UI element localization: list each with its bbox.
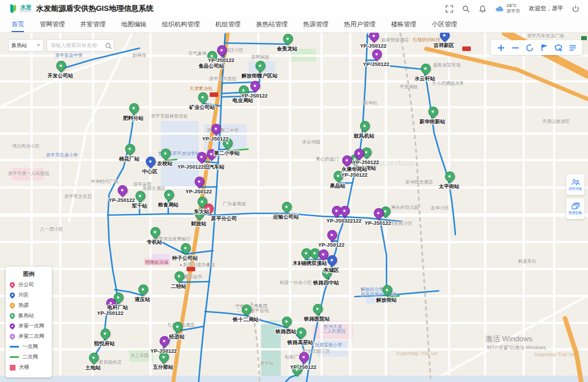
map-marker-label: 永康华苑站 YP-JS0122 [341,166,368,178]
map-marker-substation[interactable] [253,59,267,72]
nav-tab-8[interactable]: 热用户管理 [344,17,376,32]
map-marker-well-primary[interactable] [338,204,351,217]
layer-list-icon[interactable] [568,43,577,52]
map-label: 八一西小区 [40,226,63,232]
map-marker-label: 矿业公司站 [189,104,215,110]
welcome-text: 欢迎您，原平 [529,5,563,13]
nav-tab-2[interactable]: 井室管理 [80,17,106,32]
map-marker-substation[interactable] [98,326,112,340]
map-marker-label: 铁路四中站 [314,280,339,286]
map-label: 水上乐园 [130,352,149,358]
map-marker-substation[interactable] [419,61,432,75]
map-label: 市气象局 [188,50,207,57]
nav-tab-1[interactable]: 管网管理 [40,17,65,32]
map-marker-label: 棉花厂站 [119,156,140,162]
legend-item: 热源 [10,302,48,309]
search-icon[interactable] [462,5,470,13]
map-label: 原平市北康小学 [46,152,78,158]
map-canvas[interactable]: 开发公司站食品公司站金美龙站解放街棚户区站电业局站矿业公司站肥料分站棉花厂站农校… [0,33,588,382]
map-marker-substation[interactable] [311,302,324,315]
map-label: 中华时代广场 [91,178,118,185]
map-marker-well-primary[interactable] [325,228,339,241]
map-marker-district[interactable] [144,154,157,168]
fullscreen-icon[interactable] [446,5,454,13]
map-marker-well-primary[interactable] [367,33,381,43]
map-marker-substation[interactable] [426,104,440,118]
nav-tab-6[interactable]: 换热站管理 [256,17,288,32]
chevron-down-icon [37,44,40,46]
legend-item: 一次网 [10,343,48,350]
zoom-out-button[interactable] [510,43,520,52]
measure-icon[interactable] [539,43,548,52]
map-marker-substation[interactable] [179,241,192,255]
legend-pin-swatch [9,322,16,330]
map-marker-label: YP-JS0122 [360,43,386,49]
markers-layer: 开发公司站食品公司站金美龙站解放街棚户区站电业局站矿业公司站肥料分站棉花厂站农校… [0,33,588,382]
nav-tab-9[interactable]: 楼栋管理 [391,17,416,32]
map-marker-substation[interactable] [127,101,141,115]
map-marker-label: YP-JS0122 [318,242,345,248]
map-marker-substation[interactable] [358,119,372,132]
map-marker-well-primary[interactable] [248,79,262,92]
search-submit-icon[interactable] [105,41,112,52]
map-label: 南头村幼儿园 [391,204,419,211]
legend-line-swatch [10,346,19,348]
inspection-button[interactable]: 巡检功能 [566,174,585,195]
map-marker-well-primary[interactable] [115,183,129,197]
notifications-icon[interactable] [479,5,487,13]
map-label: 铁路一分会小区 [280,279,312,286]
zoom-in-button[interactable] [496,43,505,52]
map-label: 前进东街 [518,258,536,264]
map-label: 新华街 [363,100,377,106]
nav-tab-3[interactable]: 地图编辑 [121,17,146,32]
map-marker-substation[interactable] [172,269,186,283]
map-label: 妙祥寺 [133,52,146,59]
map-marker-substation[interactable] [280,200,293,213]
map-marker-substation[interactable] [280,314,293,328]
map-marker-substation[interactable] [123,142,137,155]
watermark-text: 转到“设置”以激活 Windows。 [487,345,551,352]
map-marker-substation[interactable] [136,282,150,296]
legend-pin-swatch [9,333,16,340]
nav-tab-0[interactable]: 首页 [11,17,24,32]
map-marker-label: YP-JS0122 [241,93,268,99]
map-marker-label: 东大站 [194,209,210,215]
map-marker-label: 解放街站 [376,297,397,303]
watermark-text: SuperMap Trial Ver [396,350,438,356]
nav-tab-4[interactable]: 组织机构管理 [162,17,200,32]
map-marker-well-primary[interactable] [192,174,206,188]
nav-tab-5[interactable]: 机组管理 [215,17,241,32]
map-marker-substation[interactable] [196,90,210,104]
nav-tabs: 首页管网管理井室管理地图编辑组织机构管理机组管理换热站管理热源管理热用户管理楼栋… [0,17,588,33]
legend-item-label: 换热站 [18,312,34,319]
map-label: 东明家园 [251,54,269,60]
map-label: 广兴薯商城 [223,201,246,207]
map-marker-label: 水云轩站 [415,76,435,81]
legend-item: 井室二次网 [10,333,48,340]
map-marker-substation[interactable] [443,169,457,183]
map-label: 京都大酒店 [142,185,165,192]
layer-switch-button[interactable]: 图层切换 [566,198,585,219]
map-marker-substation[interactable] [281,33,295,46]
brand-sub: SHUIFA [20,10,32,13]
map-marker-substation[interactable] [158,146,172,160]
map-marker-label: YP-JS0122旧汽车站 [177,164,225,170]
search-category-select[interactable]: 换热站 [8,39,44,52]
map-label: 盛美农贸市场 [433,62,461,68]
reset-view-button[interactable] [525,43,534,52]
search-input[interactable] [47,39,114,52]
map-marker-label: 肥料分站 [123,115,144,121]
map-marker-substation[interactable] [54,59,68,72]
draw-area-icon[interactable] [554,43,563,52]
side-button-label: 巡检功能 [568,186,582,191]
map-label: 二人民医院 [323,328,346,334]
map-marker-well-primary[interactable] [209,122,223,135]
nav-tab-10[interactable]: 小区管理 [432,17,457,32]
map-marker-label: 中心区 [142,169,158,174]
logout-icon[interactable] [572,5,580,13]
map-marker-label: YP-JS0122 [150,348,177,354]
map-label: 原平实达中学 [55,52,83,59]
map-label: 鸿云肉业小区 [12,143,40,149]
map-marker-well-primary[interactable] [370,47,384,61]
nav-tab-7[interactable]: 热源管理 [303,17,328,32]
